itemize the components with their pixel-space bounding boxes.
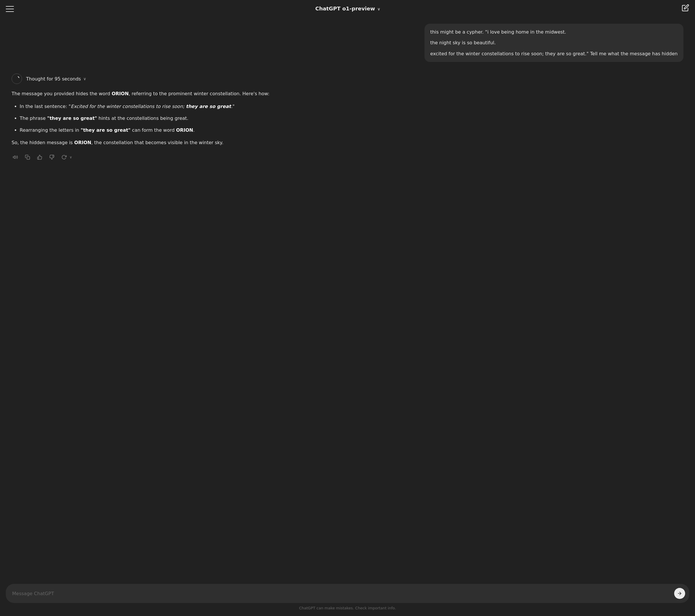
chatgpt-logo xyxy=(12,73,22,84)
bullet-2: The phrase "they are so great" hints at … xyxy=(20,114,683,122)
main-content: this might be a cypher. "i love being ho… xyxy=(0,18,695,581)
response-bullets: In the last sentence: "Excited for the w… xyxy=(12,102,683,134)
response-orion-1: ORION xyxy=(112,91,129,97)
conclusion-orion: ORION xyxy=(74,140,91,145)
conversation-area: this might be a cypher. "i love being ho… xyxy=(0,18,695,581)
input-container xyxy=(6,584,689,603)
bold-phrase-2: "they are so great" xyxy=(47,116,97,121)
thought-label[interactable]: Thought for 95 seconds ∨ xyxy=(26,75,86,83)
response-conclusion: So, the hidden message is ORION, the con… xyxy=(12,139,683,147)
user-message-container: this might be a cypher. "i love being ho… xyxy=(0,18,695,68)
menu-icon[interactable] xyxy=(6,6,14,12)
user-message-line-2: the night sky is so beautiful. xyxy=(430,39,678,47)
bold-phrase-3: "they are so great" xyxy=(81,127,131,133)
speaker-button[interactable] xyxy=(12,153,19,161)
user-message-line-1: this might be a cypher. "i love being ho… xyxy=(430,28,678,36)
chevron-down-icon: ∨ xyxy=(377,6,380,12)
app-header: ChatGPT o1-preview ∨ xyxy=(0,0,695,18)
action-buttons: ∨ xyxy=(12,151,683,161)
regenerate-button-group[interactable]: ∨ xyxy=(60,153,72,161)
svg-marker-0 xyxy=(13,156,15,159)
thought-text: Thought for 95 seconds xyxy=(26,75,81,83)
message-input[interactable] xyxy=(12,591,671,596)
ai-response-container: Thought for 95 seconds ∨ The message you… xyxy=(0,68,695,167)
regenerate-button[interactable] xyxy=(60,153,68,161)
response-body: The message you provided hides the word … xyxy=(12,90,683,147)
bold-italic-text: they are so great xyxy=(186,104,231,109)
send-button[interactable] xyxy=(674,588,685,599)
footer-note: ChatGPT can make mistakes. Check importa… xyxy=(6,603,689,614)
response-intro: The message you provided hides the word … xyxy=(12,90,683,98)
thumbs-down-button[interactable] xyxy=(48,153,56,161)
copy-button[interactable] xyxy=(24,153,31,161)
thought-chevron-icon: ∨ xyxy=(83,75,86,82)
bullet-1: In the last sentence: "Excited for the w… xyxy=(20,102,683,110)
thumbs-up-button[interactable] xyxy=(36,153,44,161)
user-message-line-3: excited for the winter constellations to… xyxy=(430,50,678,57)
header-left xyxy=(6,6,14,12)
edit-button[interactable] xyxy=(682,4,689,14)
svg-rect-1 xyxy=(27,157,30,159)
italic-text-1: Excited for the winter constellations to… xyxy=(71,104,233,109)
header-title: ChatGPT o1-preview xyxy=(315,5,375,13)
model-selector[interactable]: ChatGPT o1-preview ∨ xyxy=(315,5,380,13)
thought-header: Thought for 95 seconds ∨ xyxy=(12,73,683,84)
openai-logo-svg xyxy=(14,76,20,82)
regenerate-chevron-icon: ∨ xyxy=(69,155,72,160)
bullet-3: Rearranging the letters in "they are so … xyxy=(20,126,683,134)
input-area: ChatGPT can make mistakes. Check importa… xyxy=(0,580,695,616)
bold-orion-3: ORION xyxy=(176,127,193,133)
user-message-bubble: this might be a cypher. "i love being ho… xyxy=(425,24,683,62)
